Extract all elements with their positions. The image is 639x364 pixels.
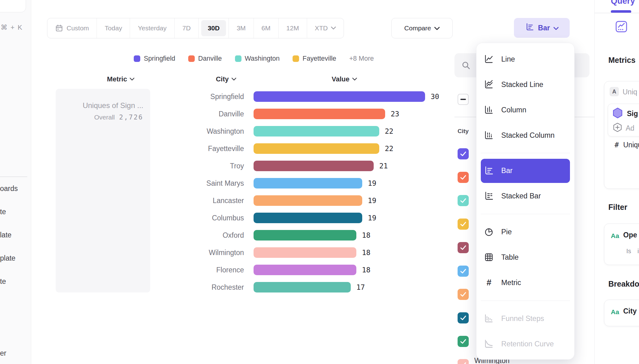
bar-rochester[interactable] xyxy=(254,282,351,292)
date-range-custom[interactable]: Custom xyxy=(47,18,97,38)
indeterminate-icon xyxy=(460,99,466,100)
city-checkbox-danville[interactable] xyxy=(458,172,469,183)
bar-florence[interactable] xyxy=(254,265,356,275)
menu-item-stacked-line[interactable]: Stacked Line xyxy=(476,72,574,97)
filter-card[interactable] xyxy=(604,223,639,265)
compare-button[interactable]: Compare xyxy=(391,18,453,38)
bar-lancaster[interactable] xyxy=(254,195,362,206)
bar-label: Springfield xyxy=(56,88,244,105)
date-range-xtd[interactable]: XTD xyxy=(307,18,344,38)
bar-saint-marys[interactable] xyxy=(254,178,362,188)
select-all-checkbox[interactable] xyxy=(458,94,469,105)
legend-swatch xyxy=(293,55,299,62)
bar-danville[interactable] xyxy=(254,109,385,119)
date-range-12m[interactable]: 12M xyxy=(279,18,307,38)
legend-item[interactable]: Washington xyxy=(235,55,280,63)
date-range-30d[interactable]: 30D xyxy=(199,18,229,38)
pie-chart-icon xyxy=(484,227,494,237)
legend-item[interactable]: Danville xyxy=(188,55,222,63)
city-checkbox-troy[interactable] xyxy=(458,242,469,253)
date-range-today[interactable]: Today xyxy=(97,18,130,38)
legend-item[interactable]: Springfield xyxy=(134,55,175,63)
metrics-heading: Metrics xyxy=(608,56,636,65)
legend-item[interactable]: Fayetteville xyxy=(293,55,336,63)
bar-springfield[interactable] xyxy=(254,91,425,102)
date-range-6m[interactable]: 6M xyxy=(254,18,279,38)
sidebar-item[interactable]: late xyxy=(0,230,11,240)
bar-value: 18 xyxy=(362,227,371,244)
bar-label: Rochester xyxy=(56,279,244,296)
bar-fayetteville[interactable] xyxy=(254,143,379,154)
bar-oxford[interactable] xyxy=(254,230,356,240)
chart-row: Springfield30 xyxy=(56,88,452,105)
menu-item-retention-curve: Retention Curve xyxy=(476,331,574,357)
menu-item-column[interactable]: Column xyxy=(476,97,574,123)
sidebar-item[interactable]: oards xyxy=(0,184,18,193)
bar-wilmington[interactable] xyxy=(254,247,356,258)
add-event-label[interactable]: Ad xyxy=(626,124,634,132)
insights-chart-icon[interactable] xyxy=(615,20,628,34)
legend-label: Fayetteville xyxy=(302,55,336,63)
legend-more[interactable]: +8 More xyxy=(349,55,374,63)
compare-label: Compare xyxy=(404,24,431,32)
bar-label: Columbus xyxy=(56,209,244,227)
date-range-label: XTD xyxy=(315,24,328,32)
city-checkbox-columbus[interactable] xyxy=(458,312,469,323)
chart-row: Columbus19 xyxy=(56,209,452,227)
menu-item-bar[interactable]: Bar xyxy=(476,158,574,183)
bar-washington[interactable] xyxy=(254,126,379,136)
menu-item-table[interactable]: Table xyxy=(476,245,574,270)
line-chart-icon xyxy=(484,54,494,64)
city-checkbox-springfield[interactable] xyxy=(458,148,469,159)
bar-columbus[interactable] xyxy=(254,213,362,223)
city-checkbox-saint-marys[interactable] xyxy=(458,266,469,277)
sidebar-item[interactable]: er xyxy=(0,349,6,358)
sidebar-item[interactable]: te xyxy=(0,277,6,286)
city-header-label: City xyxy=(216,75,229,83)
city-checkbox-oxford[interactable] xyxy=(458,336,469,347)
chart-row: Oxford18 xyxy=(56,227,452,244)
city-checkbox-fayetteville[interactable] xyxy=(458,219,469,230)
menu-item-pie[interactable]: Pie xyxy=(476,219,574,245)
chart-row: Saint Marys19 xyxy=(56,175,452,192)
menu-item-label: Stacked Bar xyxy=(501,192,541,200)
bar-value: 19 xyxy=(368,209,376,227)
tab-query[interactable]: Query xyxy=(611,0,635,6)
event-name-label[interactable]: Sig xyxy=(627,110,638,118)
city-checkbox-washington[interactable] xyxy=(458,195,469,206)
add-event-icon[interactable] xyxy=(612,122,623,134)
chevron-down-icon xyxy=(130,78,134,81)
date-range-yesterday[interactable]: Yesterday xyxy=(130,18,175,38)
value-header-label: Value xyxy=(332,75,349,83)
city-checkbox-wilmington[interactable] xyxy=(458,359,469,364)
metric-icon: # xyxy=(484,277,494,288)
sidebar-item[interactable]: plate xyxy=(0,254,15,263)
menu-item-line[interactable]: Line xyxy=(476,46,574,72)
bar-chart-icon xyxy=(484,165,494,176)
rail-search-box[interactable] xyxy=(0,0,26,12)
date-range-3m[interactable]: 3M xyxy=(229,18,254,38)
column-chart-icon xyxy=(484,105,494,115)
legend-label: Washington xyxy=(245,55,280,63)
column-header-city[interactable]: City xyxy=(192,74,260,85)
menu-item-stacked-column[interactable]: Stacked Column xyxy=(476,123,574,148)
date-range-label: 7D xyxy=(182,24,191,32)
bar-label: Wilmington xyxy=(56,244,244,261)
legend-swatch xyxy=(235,55,241,62)
date-range-7d[interactable]: 7D xyxy=(175,18,199,38)
menu-item-metric[interactable]: #Metric xyxy=(476,270,574,295)
column-header-metric[interactable]: Metric xyxy=(87,74,155,85)
bar-troy[interactable] xyxy=(254,161,374,171)
breakdown-type-badge: Aa xyxy=(611,308,619,316)
bar-value: 19 xyxy=(368,192,376,209)
menu-item-stacked-bar[interactable]: Stacked Bar xyxy=(476,183,574,209)
bar-value: 30 xyxy=(431,88,439,105)
count-label[interactable]: Uniqu xyxy=(623,141,639,149)
sidebar-item[interactable]: te xyxy=(0,207,6,216)
chart-type-button[interactable]: Bar xyxy=(514,18,570,38)
funnel-steps-icon xyxy=(484,313,494,324)
chart-row: Wilmington18 xyxy=(56,244,452,261)
divider xyxy=(481,153,570,153)
column-header-value[interactable]: Value xyxy=(310,74,378,85)
city-checkbox-lancaster[interactable] xyxy=(458,289,469,300)
